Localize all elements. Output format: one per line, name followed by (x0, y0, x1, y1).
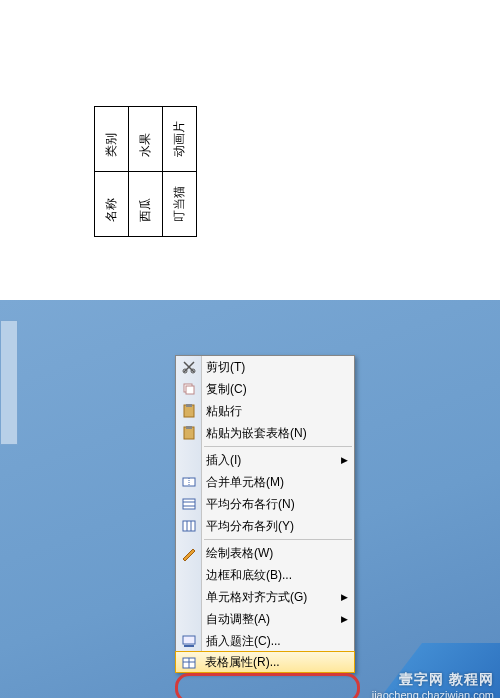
menu-label: 粘贴行 (206, 403, 348, 420)
menu-item-auto-fit[interactable]: 自动调整(A) ▶ (176, 608, 354, 630)
menu-item-insert[interactable]: 插入(I) ▶ (176, 449, 354, 471)
menu-label: 绘制表格(W) (206, 545, 348, 562)
menu-item-draw-table[interactable]: 绘制表格(W) (176, 542, 354, 564)
table-cell[interactable]: 叮当猫 (163, 172, 197, 237)
svg-rect-7 (186, 426, 192, 429)
caption-icon (180, 632, 198, 650)
submenu-arrow-icon: ▶ (341, 455, 348, 465)
table-cell[interactable]: 动画片 (163, 107, 197, 172)
table-row: 西瓜 水果 (129, 107, 163, 237)
menu-label: 粘贴为嵌套表格(N) (206, 425, 348, 442)
watermark: 壹字网 教程网 jiaocheng.chaziwian.com (372, 670, 494, 698)
menu-item-paste-row[interactable]: 粘贴行 (176, 400, 354, 422)
menu-label: 平均分布各行(N) (206, 496, 348, 513)
menu-label: 剪切(T) (206, 359, 348, 376)
menu-label: 插入题注(C)... (206, 633, 348, 650)
table-row: 叮当猫 动画片 (163, 107, 197, 237)
svg-rect-5 (186, 404, 192, 407)
svg-rect-10 (183, 499, 195, 509)
annotation-highlight (175, 673, 360, 698)
menu-label: 插入(I) (206, 452, 341, 469)
table-cell[interactable]: 类别 (95, 107, 129, 172)
submenu-arrow-icon: ▶ (341, 592, 348, 602)
watermark-line2: jiaocheng.chaziwian.com (372, 688, 494, 698)
menu-item-merge-cells[interactable]: 合并单元格(M) (176, 471, 354, 493)
context-menu[interactable]: 剪切(T) 复制(C) 粘贴行 粘贴为嵌套表格(N) 插入(I) ▶ 合并单元 (175, 355, 355, 673)
selection-highlight (0, 320, 18, 445)
svg-rect-3 (186, 386, 194, 394)
paste-nested-icon (180, 424, 198, 442)
menu-label: 边框和底纹(B)... (206, 567, 348, 584)
table-cell[interactable]: 西瓜 (129, 172, 163, 237)
dist-rows-icon (180, 495, 198, 513)
menu-item-cut[interactable]: 剪切(T) (176, 356, 354, 378)
draw-table-icon (180, 544, 198, 562)
menu-label: 合并单元格(M) (206, 474, 348, 491)
watermark-line1: 壹字网 教程网 (372, 670, 494, 688)
dist-cols-icon (180, 517, 198, 535)
menu-item-dist-cols[interactable]: 平均分布各列(Y) (176, 515, 354, 537)
menu-separator (204, 539, 352, 540)
document-table[interactable]: 名称 类别 西瓜 水果 叮当猫 动画片 (94, 106, 197, 237)
menu-label: 复制(C) (206, 381, 348, 398)
cut-icon (180, 358, 198, 376)
rotated-table-container: 名称 类别 西瓜 水果 叮当猫 动画片 (94, 106, 197, 237)
svg-rect-16 (183, 636, 195, 644)
menu-item-paste-nested[interactable]: 粘贴为嵌套表格(N) (176, 422, 354, 444)
lower-panel: 剪切(T) 复制(C) 粘贴行 粘贴为嵌套表格(N) 插入(I) ▶ 合并单元 (0, 300, 500, 698)
copy-icon (180, 380, 198, 398)
menu-item-copy[interactable]: 复制(C) (176, 378, 354, 400)
table-row: 名称 类别 (95, 107, 129, 237)
merge-cells-icon (180, 473, 198, 491)
table-cell[interactable]: 水果 (129, 107, 163, 172)
paste-row-icon (180, 402, 198, 420)
menu-label: 表格属性(R)... (205, 654, 349, 671)
menu-separator (204, 446, 352, 447)
menu-item-cell-align[interactable]: 单元格对齐方式(G) ▶ (176, 586, 354, 608)
menu-label: 自动调整(A) (206, 611, 341, 628)
table-props-icon (180, 654, 198, 672)
menu-item-dist-rows[interactable]: 平均分布各行(N) (176, 493, 354, 515)
svg-rect-13 (183, 521, 195, 531)
menu-label: 单元格对齐方式(G) (206, 589, 341, 606)
document-canvas: 名称 类别 西瓜 水果 叮当猫 动画片 (0, 0, 500, 300)
menu-item-borders-shading[interactable]: 边框和底纹(B)... (176, 564, 354, 586)
submenu-arrow-icon: ▶ (341, 614, 348, 624)
menu-item-table-properties[interactable]: 表格属性(R)... (175, 651, 355, 673)
menu-item-insert-caption[interactable]: 插入题注(C)... (176, 630, 354, 652)
menu-label: 平均分布各列(Y) (206, 518, 348, 535)
table-cell[interactable]: 名称 (95, 172, 129, 237)
